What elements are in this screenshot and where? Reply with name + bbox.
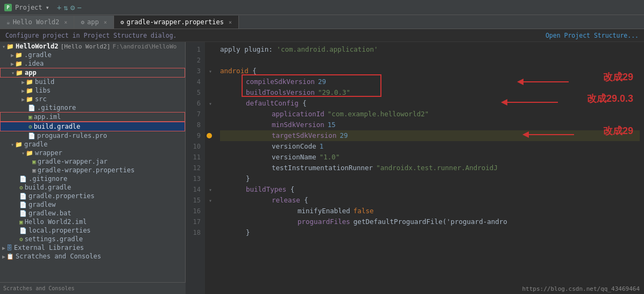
dotidea-arrow: ▶ [11,61,14,67]
tab-label-app: app [87,18,99,26]
gitignore-root-label: .gitignore [29,175,67,183]
add-icon[interactable]: + [57,3,61,12]
wrapper-label: wrapper [35,149,62,157]
tab-app[interactable]: ⚙ app × [74,16,114,29]
root-arrow: ▾ [2,44,5,50]
tab-label-gradle: gradle-wrapper.properties [126,18,224,26]
app-label: app [25,69,37,76]
code-line-8: minSdkVersion 15 [220,120,640,130]
project-icon: P [4,4,12,11]
code-text-8b: 15 [328,120,336,130]
tree-item-app[interactable]: ▾ 📁 app [0,68,185,78]
tree-item-scratches[interactable]: ▶ 📋 Scratches and Consoles [0,252,185,261]
minimize-icon[interactable]: − [77,3,81,12]
line-numbers: 1 2 3 4 5 6 7 8 9 10 11 12 13 14 15 16 1… [186,42,205,294]
fold-icon-3: ▾ [209,68,212,74]
tree-item-gradle-properties[interactable]: 📄 gradle.properties [0,192,185,200]
tab-close-gradle[interactable]: × [229,19,232,25]
tree-item-proguard[interactable]: 📄 proguard-rules.pro [0,131,185,140]
code-area: 1 2 3 4 5 6 7 8 9 10 11 12 13 14 15 16 1… [186,42,644,294]
src-icon: 📁 [26,96,33,103]
project-label: Project [15,4,43,11]
tree-item-dotidea[interactable]: ▶ 📁 .idea [0,59,185,68]
sync-icon[interactable]: ⇅ [63,3,68,12]
build-arrow: ▶ [22,79,25,85]
wrapper-arrow: ▾ [22,150,25,156]
tree-item-gitignore-app[interactable]: 📄 .gitignore [0,103,185,112]
tree-item-dotgradle[interactable]: ▶ 📁 .gradle [0,51,185,59]
tree-item-build-gradle-root[interactable]: ⚙ build.gradle [0,183,185,192]
tree-item-app-iml[interactable]: ▣ app.iml [0,112,185,122]
tab-close-helloworld2[interactable]: × [64,19,67,25]
build-icon: 📁 [26,79,33,86]
app-arrow: ▾ [11,70,15,76]
gradle-arrow: ▾ [11,142,14,148]
tree-item-wrapper-jar[interactable]: ▣ gradle-wrapper.jar [0,157,185,166]
code-line-9: targetSdkVersion 29 [220,130,640,141]
tab-helloworld2[interactable]: ☕ Hello World2 × [0,16,74,29]
code-editor[interactable]: 1 2 3 4 5 6 7 8 9 10 11 12 13 14 15 16 1… [186,42,644,294]
tree-item-ext-libs[interactable]: ▶ 🗄 External Libraries [0,243,185,252]
tree-item-wrapper[interactable]: ▾ 📁 wrapper [0,149,185,157]
code-line-14: buildTypes { [220,184,640,195]
tab-gradle-wrapper[interactable]: ⚙ gradle-wrapper.properties × [114,16,239,29]
gutter: ▾ ▾ ▾ ▾ [205,42,216,294]
libs-arrow: ▶ [22,88,25,94]
root-folder-icon: 📁 [6,43,14,50]
tree-item-gradlew-bat[interactable]: 📄 gradlew.bat [0,209,185,218]
code-text-17a: proguardFiles [298,216,350,227]
code-text-6b: { [299,98,307,109]
tab-close-app[interactable]: × [104,19,107,25]
title-bar-left: P Project ▾ + ⇅ ⚙ − [4,3,82,12]
tree-item-libs[interactable]: ▶ 📁 libs [0,86,185,95]
tree-item-local-props[interactable]: 📄 local.properties [0,226,185,235]
code-line-7: applicationId "com.example.helloworld2" [220,109,640,120]
code-line-10: versionCode 1 [220,141,640,152]
tree-item-hello-iml[interactable]: ▣ Hello World2.iml [0,218,185,226]
project-chevron[interactable]: ▾ [46,4,49,11]
code-line-13: } [220,173,640,184]
app-iml-icon: ▣ [29,114,32,121]
code-text-7a: applicationId [272,109,324,120]
tree-root[interactable]: ▾ 📁 HelloWorld2 [Hello World2] F:\androi… [0,42,185,51]
ext-libs-label: External Libraries [14,244,84,251]
settings-icon[interactable]: ⚙ [70,3,75,12]
code-text-9b: 29 [339,130,348,141]
tab-icon-helloworld2: ☕ [6,19,10,26]
code-line-4: compileSdkVersion 29 [220,76,640,87]
gradlew-bat-icon: 📄 [19,210,27,217]
open-project-structure-link[interactable]: Open Project Structure... [546,32,639,39]
wrapper-jar-icon: ▣ [32,158,36,165]
root-label: HelloWorld2 [16,43,58,50]
code-text-3b: { [249,66,257,76]
tree-item-wrapper-properties[interactable]: ▣ gradle-wrapper.properties [0,166,185,174]
url-label: https://blog.csdn.net/qq_43469464 [522,285,640,292]
info-message: Configure project in Project Structure d… [5,32,177,39]
proguard-icon: 📄 [28,132,36,139]
tab-icon-app: ⚙ [81,19,84,26]
tree-item-gitignore-root[interactable]: 📄 .gitignore [0,174,185,183]
ext-libs-arrow: ▶ [2,245,5,251]
gradle-icon: 📁 [15,141,23,148]
fold-icon-6: ▾ [209,101,212,107]
code-line-18: } [220,227,640,238]
status-bar: https://blog.csdn.net/qq_43469464 [518,283,644,294]
gradle-label: gradle [24,141,47,148]
tree-item-build-gradle-app[interactable]: ⚙ build.gradle [0,122,185,131]
tree-item-gradlew[interactable]: 📄 gradlew [0,200,185,209]
tree-item-gradle[interactable]: ▾ 📁 gradle [0,140,185,149]
tree-item-src[interactable]: ▶ 📁 src [0,95,185,103]
dotidea-icon: 📁 [15,60,23,67]
dotgradle-icon: 📁 [15,52,23,59]
wrapper-icon: 📁 [26,150,33,157]
project-sidebar[interactable]: ▾ 📁 HelloWorld2 [Hello World2] F:\androi… [0,42,186,294]
tree-item-settings-gradle[interactable]: ⚙ settings.gradle [0,235,185,243]
code-line-15: release { [220,195,640,206]
scratches-label: Scratches and Consoles [16,253,101,260]
code-line-16: minifyEnabled false [220,206,640,216]
code-text-15b: { [300,195,308,206]
tree-item-build[interactable]: ▶ 📁 build [0,78,185,86]
code-line-3: android { [220,66,640,76]
dotidea-label: .idea [24,60,44,67]
code-text-4b: 29 [318,76,326,87]
